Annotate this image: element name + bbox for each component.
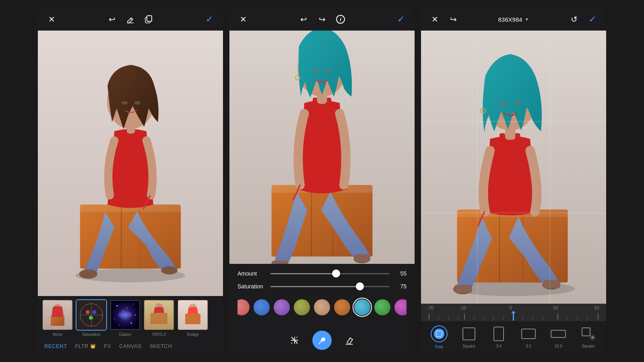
svg-rect-114 [582, 328, 590, 336]
crop-32[interactable]: 3:2 [517, 326, 540, 348]
thumb-none[interactable]: None [42, 299, 73, 337]
amount-track[interactable] [270, 273, 390, 274]
swatch-peach[interactable] [314, 299, 330, 315]
svg-rect-51 [354, 255, 370, 262]
redo-button-p3[interactable]: ↪ [448, 14, 459, 25]
close-button-p3[interactable]: ✕ [429, 14, 440, 25]
crop-169-label: 16:9 [554, 344, 562, 348]
swatch-blue[interactable] [254, 299, 270, 315]
thumb-saturation[interactable]: Saturation [76, 299, 107, 337]
swatch-red[interactable] [237, 299, 250, 315]
confirm-button-p2[interactable]: ✓ [395, 14, 407, 25]
thumb-none-label: None [53, 332, 62, 337]
svg-point-57 [325, 69, 332, 73]
close-button[interactable]: ✕ [46, 14, 57, 25]
svg-text:0: 0 [510, 305, 512, 310]
crop-34[interactable]: 3:4 [487, 326, 510, 348]
saturation-track[interactable] [270, 286, 390, 287]
crop-square-label: Square [462, 344, 475, 348]
svg-rect-71 [500, 133, 505, 145]
thumb-vinyl3[interactable]: VINYL3 [143, 299, 175, 337]
panel2-header: ✕ ↩ ↪ i ✓ [229, 8, 415, 31]
svg-point-75 [499, 101, 506, 105]
svg-point-56 [312, 69, 319, 73]
svg-point-9 [79, 269, 98, 279]
panel2-header-left: ✕ [237, 14, 249, 25]
duplicate-button[interactable] [143, 14, 155, 25]
svg-point-27 [117, 305, 118, 306]
rotate-button-p3[interactable]: ↺ [568, 14, 580, 25]
panel2-header-right: ✓ [395, 14, 407, 25]
crop-34-icon [491, 326, 506, 341]
thumb-galaxy-img [109, 299, 141, 331]
svg-rect-109 [436, 331, 442, 337]
panel1-photo [38, 31, 223, 296]
panel2-header-center: ↩ ↪ i [249, 14, 395, 25]
undo-button[interactable]: ↩ [106, 14, 118, 25]
confirm-button-p3[interactable]: ✓ [587, 14, 598, 25]
svg-rect-68 [454, 285, 472, 293]
svg-point-13 [121, 101, 128, 105]
panel1-header-center: ↩ [57, 14, 204, 25]
tab-fx[interactable]: FX [104, 343, 111, 349]
crop-free-icon [431, 325, 448, 342]
panel2-toolbar [229, 325, 415, 354]
thumb-none-img [42, 299, 73, 331]
svg-point-23 [89, 316, 93, 320]
tab-canvas[interactable]: CANVAS [119, 343, 142, 349]
svg-text:20: 20 [594, 305, 599, 310]
brush-tool-button[interactable] [312, 331, 332, 350]
thumb-galaxy-label: Galaxy [119, 332, 131, 337]
panel3-photo [421, 31, 606, 304]
tab-recent[interactable]: RECENT [44, 343, 67, 349]
svg-point-22 [92, 310, 96, 314]
svg-point-29 [123, 311, 124, 311]
swatch-purple[interactable] [274, 299, 290, 315]
panel1-header: ✕ ↩ [38, 8, 223, 31]
tab-fltr[interactable]: FLTR 👑 [75, 343, 96, 349]
thumb-vinyl3-img [143, 299, 175, 331]
panel1-thumbnails: None Saturation Galaxy [38, 296, 223, 340]
swatch-orange[interactable] [334, 299, 350, 315]
panel2-photo [229, 31, 415, 264]
swatch-magenta[interactable] [394, 299, 407, 315]
eraser-tool-button[interactable] [340, 331, 359, 350]
svg-point-21 [86, 310, 90, 314]
panel2-photo-area [229, 31, 415, 264]
panel1-header-left: ✕ [46, 14, 57, 25]
thumb-dodge-img [177, 299, 208, 331]
thumb-galaxy[interactable]: Galaxy [109, 299, 141, 337]
swatch-teal[interactable] [354, 299, 370, 315]
magic-tool-button[interactable] [285, 331, 304, 350]
crop-square[interactable]: Square [458, 326, 480, 348]
thumb-dodge[interactable]: Dodge [177, 299, 208, 337]
swatch-olive[interactable] [294, 299, 310, 315]
size-dropdown[interactable]: 836X984 ▼ [498, 16, 529, 23]
svg-rect-1 [147, 16, 152, 21]
erase-button[interactable] [125, 14, 136, 25]
crop-free[interactable]: Free [428, 325, 450, 349]
crop-settings[interactable]: Square [577, 326, 599, 348]
svg-text:-20: -20 [427, 305, 434, 310]
close-button-p2[interactable]: ✕ [237, 14, 249, 25]
panels-container: ✕ ↩ [32, 8, 612, 354]
panel3-ruler[interactable]: -20 -10 0 10 20 [421, 304, 606, 321]
svg-rect-49 [272, 261, 289, 264]
crop-169[interactable]: 16:9 [547, 326, 570, 348]
svg-rect-70 [543, 280, 560, 288]
crop-32-label: 3:2 [526, 344, 531, 348]
tab-sketch[interactable]: SKETCH [150, 343, 172, 349]
swatch-green[interactable] [374, 299, 390, 315]
undo-button-p2[interactable]: ↩ [298, 14, 309, 25]
size-label: 836X984 [498, 16, 522, 23]
panel3-header-right: ↺ ✓ [568, 14, 598, 25]
redo-button-p2[interactable]: ↪ [316, 14, 328, 25]
svg-rect-110 [463, 328, 475, 340]
info-button-p2[interactable]: i [335, 14, 346, 25]
crown-icon: 👑 [90, 343, 96, 349]
panel3-header-center: 836X984 ▼ [459, 16, 568, 23]
svg-rect-40 [185, 314, 200, 324]
saturation-slider-row: Saturation 75 [237, 283, 407, 290]
confirm-button[interactable]: ✓ [204, 14, 215, 25]
svg-point-60 [293, 339, 296, 341]
